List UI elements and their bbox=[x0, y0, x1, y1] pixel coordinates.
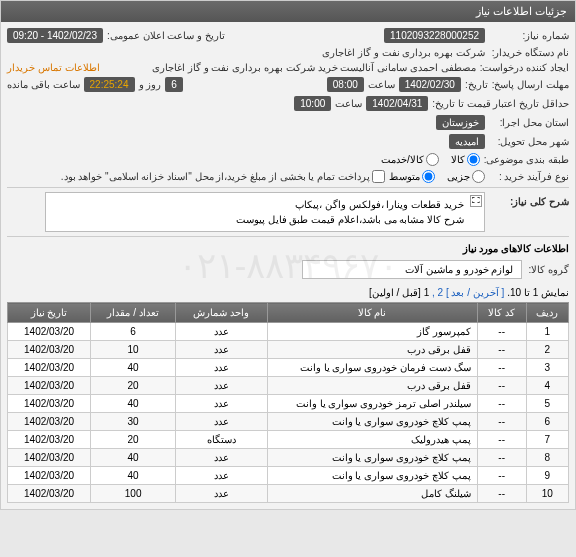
radio-khadmat-label: کالا/خدمت bbox=[381, 154, 424, 165]
cell-name: سیلندر اصلی ترمز خودروی سواری یا وانت bbox=[267, 395, 477, 413]
cell-unit: دستگاه bbox=[176, 431, 267, 449]
exec-city-value: امیدیه bbox=[449, 134, 485, 149]
pagination-next[interactable]: / بعد ] bbox=[446, 287, 470, 298]
cell-date: 1402/03/20 bbox=[8, 341, 91, 359]
cell-idx: 6 bbox=[526, 413, 568, 431]
pagination-last[interactable]: [ آخرین bbox=[473, 287, 505, 298]
table-header-row: ردیف کد کالا نام کالا واحد شمارش تعداد /… bbox=[8, 303, 569, 323]
radio-medium[interactable]: متوسط bbox=[389, 170, 435, 183]
radio-small-label: جزیی bbox=[447, 171, 470, 182]
description-box[interactable]: ⛶ خرید قطعات وینارا ،فولکس واگن ،پیکاپ ش… bbox=[45, 192, 485, 232]
cell-name: پمپ کلاچ خودروی سواری یا وانت bbox=[267, 413, 477, 431]
cell-date: 1402/03/20 bbox=[8, 359, 91, 377]
cell-code: -- bbox=[477, 449, 526, 467]
purchase-note-check[interactable]: پرداخت تمام یا بخشی از مبلغ خرید،از محل … bbox=[61, 170, 385, 183]
cell-code: -- bbox=[477, 431, 526, 449]
cell-name: پمپ هیدرولیک bbox=[267, 431, 477, 449]
row-need-number: شماره نیاز: 1102093228000252 تاریخ و ساع… bbox=[7, 28, 569, 43]
table-row[interactable]: 3--سگ دست فرمان خودروی سواری یا وانتعدد4… bbox=[8, 359, 569, 377]
th-code: کد کالا bbox=[477, 303, 526, 323]
description-line1: خرید قطعات وینارا ،فولکس واگن ،پیکاپ bbox=[50, 197, 464, 212]
cell-name: پمپ کلاچ خودروی سواری یا وانت bbox=[267, 467, 477, 485]
deadline-day-label: روز و bbox=[139, 79, 162, 90]
need-number-value: 1102093228000252 bbox=[384, 28, 485, 43]
cell-unit: عدد bbox=[176, 359, 267, 377]
cell-idx: 7 bbox=[526, 431, 568, 449]
buyer-contact-link[interactable]: اطلاعات تماس خریدار bbox=[7, 62, 100, 73]
radio-kala-input[interactable] bbox=[467, 153, 480, 166]
pagination-pages[interactable]: 2 , bbox=[432, 287, 443, 298]
cell-date: 1402/03/20 bbox=[8, 377, 91, 395]
radio-small[interactable]: جزیی bbox=[447, 170, 485, 183]
cell-qty: 100 bbox=[91, 485, 176, 503]
pagination-first: [قبل / اولین] bbox=[369, 287, 421, 298]
exec-city-label: شهر محل تحویل: bbox=[489, 136, 569, 147]
radio-medium-input[interactable] bbox=[422, 170, 435, 183]
pagination-current: 1 bbox=[424, 287, 430, 298]
pagination-text: نمایش 1 تا 10. bbox=[507, 287, 569, 298]
radio-khadmat-input[interactable] bbox=[426, 153, 439, 166]
cell-idx: 4 bbox=[526, 377, 568, 395]
cell-unit: عدد bbox=[176, 377, 267, 395]
valid-until-time-label: ساعت bbox=[335, 98, 362, 109]
purchase-type-label: نوع فرآیند خرید : bbox=[489, 171, 569, 182]
table-row[interactable]: 8--پمپ کلاچ خودروی سواری یا وانتعدد40140… bbox=[8, 449, 569, 467]
cell-date: 1402/03/20 bbox=[8, 323, 91, 341]
announce-label: تاریخ و ساعت اعلان عمومی: bbox=[107, 30, 225, 41]
row-group: گروه کالا: لوازم خودرو و ماشین آلات bbox=[7, 256, 569, 283]
table-row[interactable]: 9--پمپ کلاچ خودروی سواری یا وانتعدد40140… bbox=[8, 467, 569, 485]
radio-kala[interactable]: کالا bbox=[451, 153, 480, 166]
description-label: شرح کلی نیاز: bbox=[489, 194, 569, 209]
cell-idx: 8 bbox=[526, 449, 568, 467]
cell-name: کمپرسور گاز bbox=[267, 323, 477, 341]
deadline-remain-value: 22:25:24 bbox=[84, 77, 135, 92]
cell-unit: عدد bbox=[176, 485, 267, 503]
need-number-label: شماره نیاز: bbox=[489, 30, 569, 41]
row-subject-class: طبقه بندی موضوعی: کالا کالا/خدمت bbox=[7, 153, 569, 166]
buyer-org-label: نام دستگاه خریدار: bbox=[489, 47, 569, 58]
table-row[interactable]: 2--قفل برقی دربعدد101402/03/20 bbox=[8, 341, 569, 359]
table-row[interactable]: 5--سیلندر اصلی ترمز خودروی سواری یا وانت… bbox=[8, 395, 569, 413]
expand-icon[interactable]: ⛶ bbox=[470, 195, 482, 207]
table-row[interactable]: 10--شیلنگ کاملعدد1001402/03/20 bbox=[8, 485, 569, 503]
radio-small-input[interactable] bbox=[472, 170, 485, 183]
cell-code: -- bbox=[477, 377, 526, 395]
cell-name: سگ دست فرمان خودروی سواری یا وانت bbox=[267, 359, 477, 377]
table-row[interactable]: 7--پمپ هیدرولیکدستگاه201402/03/20 bbox=[8, 431, 569, 449]
purchase-note-checkbox[interactable] bbox=[372, 170, 385, 183]
exec-province-label: استان محل اجرا: bbox=[489, 117, 569, 128]
cell-unit: عدد bbox=[176, 467, 267, 485]
cell-code: -- bbox=[477, 323, 526, 341]
cell-date: 1402/03/20 bbox=[8, 485, 91, 503]
purchase-note-text: پرداخت تمام یا بخشی از مبلغ خرید،از محل … bbox=[61, 171, 370, 182]
cell-qty: 40 bbox=[91, 359, 176, 377]
divider-1 bbox=[7, 187, 569, 188]
radio-khadmat[interactable]: کالا/خدمت bbox=[381, 153, 439, 166]
cell-date: 1402/03/20 bbox=[8, 467, 91, 485]
cell-qty: 30 bbox=[91, 413, 176, 431]
cell-unit: عدد bbox=[176, 341, 267, 359]
cell-qty: 10 bbox=[91, 341, 176, 359]
cell-unit: عدد bbox=[176, 323, 267, 341]
subject-class-radios: کالا کالا/خدمت bbox=[381, 153, 480, 166]
th-unit: واحد شمارش bbox=[176, 303, 267, 323]
table-row[interactable]: 4--قفل برقی دربعدد201402/03/20 bbox=[8, 377, 569, 395]
table-row[interactable]: 1--کمپرسور گازعدد61402/03/20 bbox=[8, 323, 569, 341]
table-row[interactable]: 6--پمپ کلاچ خودروی سواری یا وانتعدد30140… bbox=[8, 413, 569, 431]
goods-section-title: اطلاعات کالاهای مورد نیاز bbox=[7, 241, 569, 256]
buyer-org-value: شرکت بهره برداری نفت و گاز اغاجاری bbox=[322, 47, 485, 58]
cell-name: پمپ کلاچ خودروی سواری یا وانت bbox=[267, 449, 477, 467]
details-panel: جزئیات اطلاعات نیاز ۰۲۱-۸۸۳۴۹۶۷۰ شماره ن… bbox=[0, 0, 576, 510]
valid-until-date: 1402/04/31 bbox=[366, 96, 428, 111]
cell-name: قفل برقی درب bbox=[267, 377, 477, 395]
valid-until-time: 10:00 bbox=[294, 96, 331, 111]
cell-qty: 6 bbox=[91, 323, 176, 341]
cell-idx: 5 bbox=[526, 395, 568, 413]
row-purchase-type: نوع فرآیند خرید : جزیی متوسط پرداخت تمام… bbox=[7, 170, 569, 183]
form-area: شماره نیاز: 1102093228000252 تاریخ و ساع… bbox=[1, 22, 575, 509]
cell-idx: 10 bbox=[526, 485, 568, 503]
table-body: 1--کمپرسور گازعدد61402/03/202--قفل برقی … bbox=[8, 323, 569, 503]
cell-qty: 40 bbox=[91, 467, 176, 485]
request-creator-value: مصطفی احمدی سامانی آنالیست خرید شرکت بهر… bbox=[152, 62, 476, 73]
exec-province-value: خوزستان bbox=[436, 115, 485, 130]
